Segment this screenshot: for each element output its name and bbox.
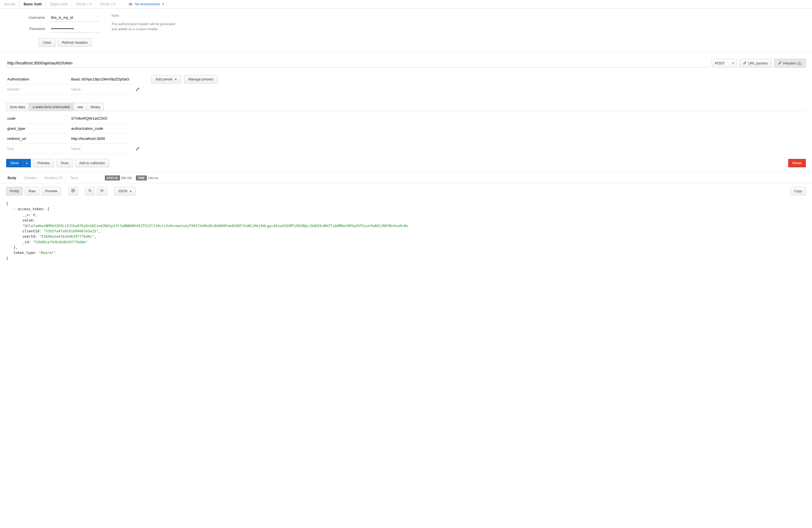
headers-label: Headers (1) [783, 61, 802, 65]
url-params-label: URL params [748, 61, 768, 65]
tab-normal[interactable]: Normal [0, 0, 19, 8]
response-tabs: Body Cookies Headers (7) Tests STATUS 20… [0, 173, 812, 183]
bulk-edit-icon[interactable] [135, 87, 140, 92]
edit-icon [778, 61, 782, 65]
request-panel: POST ⇵ URL params Headers (1) Add preset… [0, 53, 812, 167]
body-row [6, 114, 806, 124]
body-type-tabs: form-data x-www-form-urlencoded raw bina… [6, 103, 806, 111]
caret-down-icon: ▼ [129, 190, 132, 193]
reset-button[interactable]: Reset [788, 159, 806, 167]
header-row: Add preset ▼ Manage presets [6, 74, 806, 84]
svg-point-0 [130, 4, 131, 4]
tab-basic-auth[interactable]: Basic Auth [19, 0, 46, 9]
svg-line-4 [90, 191, 91, 192]
password-input[interactable] [50, 25, 100, 33]
username-label: Username [11, 16, 45, 19]
clear-button[interactable]: Clear [39, 38, 56, 47]
caret-down-icon: ▼ [26, 162, 28, 165]
password-label: Password [11, 27, 45, 31]
environment-selector[interactable]: No environment ▼ [128, 2, 164, 6]
format-label: JSON [118, 189, 127, 193]
body-key-input[interactable] [6, 124, 68, 134]
collapse-icon[interactable] [68, 187, 78, 195]
time-label: TIME [136, 175, 147, 181]
svg-point-3 [89, 189, 91, 191]
header-key-input[interactable] [6, 84, 68, 95]
preview-button[interactable]: Preview [33, 159, 54, 167]
basic-auth-panel: Username Password Clear Refresh headers … [0, 9, 812, 53]
header-row-empty [6, 84, 806, 95]
updown-icon: ⇵ [732, 62, 735, 65]
response-panel: Body Cookies Headers (7) Tests STATUS 20… [0, 172, 812, 267]
body-row [6, 124, 806, 134]
send-dropdown-button[interactable]: ▼ [23, 159, 31, 167]
body-value-input[interactable] [70, 124, 132, 134]
header-key-input[interactable] [6, 74, 68, 84]
add-preset-button[interactable]: Add preset ▼ [151, 75, 181, 84]
eye-icon [128, 2, 133, 6]
tab-oauth2[interactable]: OAuth 2.0 [96, 0, 120, 8]
username-input[interactable] [50, 14, 100, 22]
svg-rect-2 [73, 190, 74, 191]
caret-down-icon: ▼ [162, 3, 164, 5]
response-tab-body[interactable]: Body [4, 173, 20, 183]
copy-button[interactable]: Copy [791, 187, 806, 195]
tab-oauth1[interactable]: OAuth 1.0 [72, 0, 96, 8]
body-tab-binary[interactable]: binary [87, 103, 104, 111]
method-select[interactable]: POST ⇵ [712, 59, 737, 68]
url-params-button[interactable]: URL params [739, 59, 772, 68]
body-tab-urlencoded[interactable]: x-www-form-urlencoded [29, 103, 74, 111]
view-pretty-button[interactable]: Pretty [6, 187, 23, 195]
header-value-input[interactable] [70, 74, 132, 84]
body-value-input[interactable] [70, 114, 132, 124]
view-preview-button[interactable]: Preview [42, 187, 61, 195]
url-input[interactable] [6, 59, 709, 68]
body-value-input[interactable] [70, 134, 132, 144]
add-preset-label: Add preset [156, 77, 172, 81]
body-key-input[interactable] [6, 134, 68, 144]
body-value-input[interactable] [70, 144, 132, 154]
edit-icon [743, 61, 747, 65]
body-row [6, 134, 806, 144]
collapse-toggle-icon[interactable]: − [13, 207, 15, 211]
caret-down-icon: ▼ [175, 78, 177, 81]
action-row: Send ▼ Preview Tests Add to collection R… [6, 159, 806, 167]
response-body[interactable]: { −access_token: { __v: 0, value: "QVlw7… [0, 199, 812, 267]
environment-label: No environment [135, 2, 160, 6]
status-label: STATUS [105, 175, 120, 181]
add-to-collection-button[interactable]: Add to collection [75, 159, 109, 167]
note-text: The authorization header will be generat… [112, 22, 179, 32]
body-kv-table [6, 114, 806, 154]
auth-type-tabs: Normal Basic Auth Digest Auth OAuth 1.0 … [0, 0, 812, 9]
status-value: 200 OK [121, 176, 132, 180]
manage-presets-button[interactable]: Manage presets [184, 75, 218, 84]
refresh-headers-button[interactable]: Refresh headers [58, 38, 92, 47]
body-tab-raw[interactable]: raw [73, 103, 87, 111]
response-toolbar: Pretty Raw Preview JSON ▼ Copy [0, 183, 812, 199]
bulk-edit-icon[interactable] [135, 146, 140, 152]
time-value: 145 ms [148, 176, 158, 180]
headers-button[interactable]: Headers (1) [774, 59, 806, 68]
body-row-empty [6, 144, 806, 154]
response-tab-tests[interactable]: Tests [67, 173, 82, 183]
response-tab-headers[interactable]: Headers (7) [40, 173, 67, 183]
wrap-icon[interactable] [97, 187, 107, 195]
header-value-input[interactable] [70, 84, 132, 95]
format-select[interactable]: JSON ▼ [114, 187, 135, 195]
body-key-input[interactable] [6, 144, 68, 154]
method-value: POST [715, 61, 725, 65]
response-tab-cookies[interactable]: Cookies [20, 173, 40, 183]
note-heading: Note [112, 14, 179, 18]
body-tab-formdata[interactable]: form-data [6, 103, 29, 111]
send-button[interactable]: Send [6, 159, 23, 167]
tab-digest-auth[interactable]: Digest Auth [46, 0, 72, 8]
headers-table: Add preset ▼ Manage presets [6, 74, 806, 95]
search-icon[interactable] [85, 187, 95, 195]
tests-button[interactable]: Tests [56, 159, 73, 167]
body-key-input[interactable] [6, 114, 68, 124]
view-raw-button[interactable]: Raw [25, 187, 39, 195]
response-meta: STATUS 200 OK TIME 145 ms [105, 176, 159, 180]
